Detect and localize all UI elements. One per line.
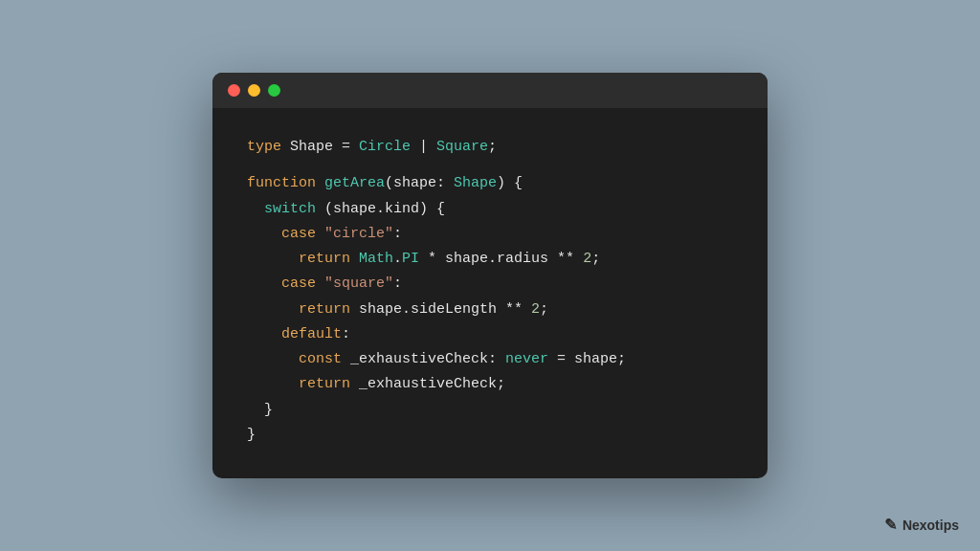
code-line-7: case "square": xyxy=(247,272,733,297)
code-line-1: type Shape = Circle | Square; xyxy=(247,135,733,160)
blank-line xyxy=(247,160,733,171)
code-line-3: function getArea(shape: Shape) { xyxy=(247,171,733,196)
maximize-button[interactable] xyxy=(268,84,280,97)
code-line-13: } xyxy=(247,423,733,448)
code-editor: type Shape = Circle | Square; function g… xyxy=(212,108,768,478)
minimize-button[interactable] xyxy=(248,84,260,97)
code-line-10: const _exhaustiveCheck: never = shape; xyxy=(247,347,733,372)
code-line-12: } xyxy=(247,398,733,423)
brand-name: Nexotips xyxy=(902,518,959,533)
close-button[interactable] xyxy=(228,84,240,97)
code-window: type Shape = Circle | Square; function g… xyxy=(212,73,768,478)
code-line-8: return shape.sideLength ** 2; xyxy=(247,298,733,322)
code-line-6: return Math.PI * shape.radius ** 2; xyxy=(247,247,733,272)
code-line-5: case "circle": xyxy=(247,222,733,247)
pencil-icon: ✎ xyxy=(884,516,897,534)
code-line-9: default: xyxy=(247,322,733,347)
code-line-4: switch (shape.kind) { xyxy=(247,197,733,222)
titlebar xyxy=(212,73,768,108)
code-line-11: return _exhaustiveCheck; xyxy=(247,372,733,397)
branding: ✎ Nexotips xyxy=(884,516,959,534)
